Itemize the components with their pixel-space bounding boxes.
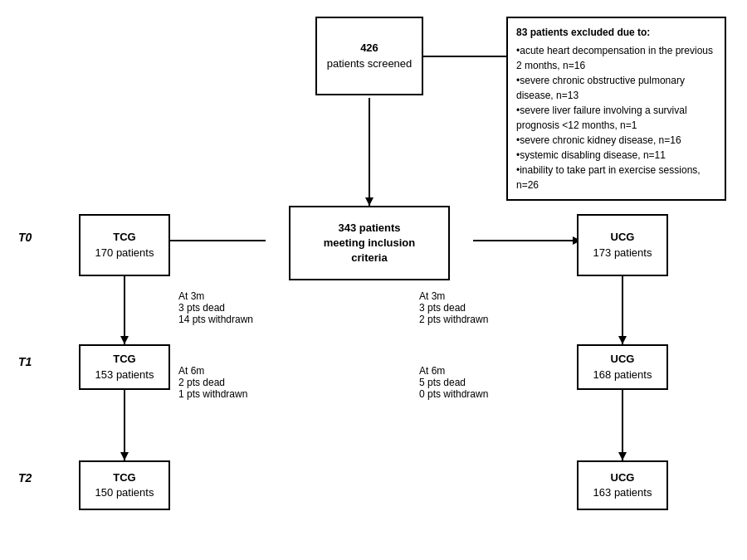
tcg-t1-box: TCG 153 patients (79, 344, 170, 390)
ucg-t1-line2: 168 patients (593, 368, 652, 382)
svg-marker-1 (365, 197, 374, 206)
tcg-6m-line1: At 6m (178, 365, 247, 377)
exclusion-item-5: •inability to take part in exercise sess… (516, 163, 716, 192)
tcg-t2-box: TCG 150 patients (79, 460, 170, 510)
tcg-3m-line1: At 3m (178, 290, 253, 302)
flow-diagram: 426 patients screened 83 patients exclud… (0, 0, 747, 560)
ucg-t1-line1: UCG (611, 352, 635, 367)
exclusion-item-3: •severe chronic kidney disease, n=16 (516, 133, 716, 148)
exclusion-item-4: •systemic disabling disease, n=11 (516, 148, 716, 163)
ucg-t0-box: UCG 173 patients (577, 214, 668, 276)
ucg-3m-line1: At 3m (419, 290, 488, 302)
exclusion-item-1: •severe chronic obstructive pulmonary di… (516, 73, 716, 103)
tcg-3m-note: At 3m 3 pts dead 14 pts withdrawn (178, 290, 253, 325)
exclusion-box: 83 patients excluded due to:•acute heart… (506, 17, 726, 201)
t2-label: T2 (18, 471, 32, 485)
tcg-6m-line3: 1 pts withdrawn (178, 388, 247, 400)
inclusion-line2: meeting inclusion (324, 236, 416, 251)
ucg-t0-line2: 173 patients (593, 246, 652, 261)
ucg-6m-line1: At 6m (419, 365, 488, 377)
ucg-3m-line2: 3 pts dead (419, 302, 488, 314)
ucg-t0-line1: UCG (611, 230, 635, 245)
t1-label: T1 (18, 355, 32, 368)
ucg-t1-box: UCG 168 patients (577, 344, 668, 390)
inclusion-line1: 343 patients (338, 221, 400, 236)
svg-marker-7 (120, 336, 129, 344)
t0-label: T0 (18, 231, 32, 244)
inclusion-box: 343 patients meeting inclusion criteria (289, 206, 450, 280)
ucg-6m-note: At 6m 5 pts dead 0 pts withdrawn (419, 365, 488, 400)
ucg-6m-line3: 0 pts withdrawn (419, 388, 488, 400)
ucg-t2-line2: 163 patients (593, 485, 652, 500)
tcg-6m-line2: 2 pts dead (178, 377, 247, 388)
ucg-3m-note: At 3m 3 pts dead 2 pts withdrawn (419, 290, 488, 325)
tcg-t0-line2: 170 patients (95, 246, 154, 261)
tcg-t0-line1: TCG (113, 230, 135, 245)
ucg-t2-box: UCG 163 patients (577, 460, 668, 510)
tcg-t1-line1: TCG (113, 352, 135, 367)
ucg-6m-line2: 5 pts dead (419, 377, 488, 388)
screened-box: 426 patients screened (315, 17, 423, 95)
tcg-t2-line1: TCG (113, 470, 135, 485)
screened-line2: patients screened (327, 56, 413, 71)
exclusion-title: 83 patients excluded due to: (516, 25, 716, 40)
tcg-3m-line3: 14 pts withdrawn (178, 314, 253, 325)
svg-marker-13 (618, 452, 627, 460)
exclusion-item-2: •severe liver failure involving a surviv… (516, 103, 716, 133)
screened-line1: 426 (360, 41, 378, 56)
ucg-t2-line1: UCG (611, 470, 635, 485)
ucg-3m-line3: 2 pts withdrawn (419, 314, 488, 325)
tcg-6m-note: At 6m 2 pts dead 1 pts withdrawn (178, 365, 247, 400)
tcg-t1-line2: 153 patients (95, 368, 154, 382)
inclusion-line3: criteria (351, 251, 387, 265)
svg-marker-9 (120, 452, 129, 460)
svg-marker-11 (618, 336, 627, 344)
tcg-t0-box: TCG 170 patients (79, 214, 170, 276)
exclusion-item-0: •acute heart decompensation in the previ… (516, 43, 716, 73)
tcg-t2-line2: 150 patients (95, 485, 154, 500)
tcg-3m-line2: 3 pts dead (178, 302, 253, 314)
